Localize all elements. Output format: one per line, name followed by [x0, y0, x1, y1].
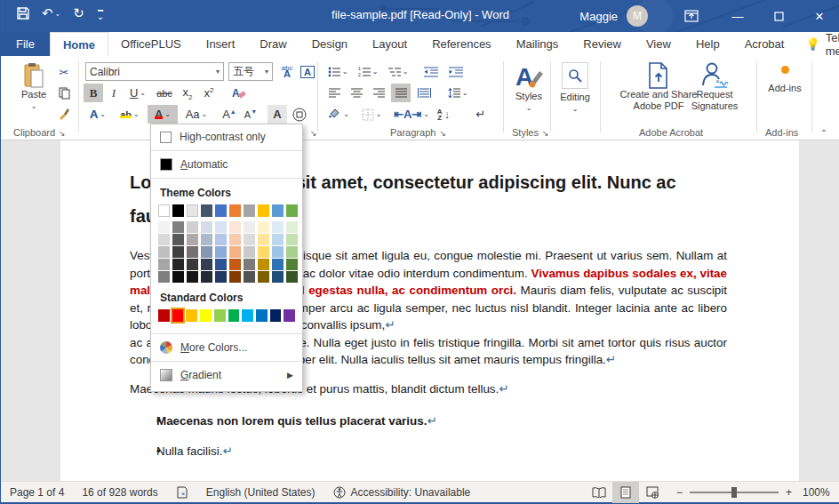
theme-color-variant-swatch[interactable]	[187, 246, 198, 258]
theme-color-variant-swatch[interactable]	[158, 234, 170, 245]
text-effects-button[interactable]: A⌄	[84, 105, 112, 124]
theme-color-swatch[interactable]	[258, 204, 269, 217]
distribute-button[interactable]	[413, 84, 435, 102]
enclose-characters-button[interactable]	[289, 105, 310, 124]
theme-color-variant-swatch[interactable]	[258, 234, 269, 245]
customize-qat-button[interactable]: ━⌄	[97, 7, 104, 20]
theme-color-variant-swatch[interactable]	[201, 234, 212, 245]
standard-color-swatch[interactable]	[200, 309, 212, 322]
bold-button[interactable]: B	[84, 84, 103, 102]
repeat-button[interactable]: ↻	[73, 5, 84, 21]
theme-color-variant-swatch[interactable]	[286, 234, 298, 245]
maximize-button[interactable]	[758, 0, 799, 32]
theme-color-swatch[interactable]	[215, 204, 227, 217]
theme-color-variant-swatch[interactable]	[187, 259, 198, 270]
theme-color-swatch[interactable]	[229, 204, 241, 217]
high-contrast-only-item[interactable]: High-contrast only	[151, 124, 302, 149]
numbering-button[interactable]: 12 ⌄	[355, 62, 381, 81]
theme-color-variant-swatch[interactable]	[172, 246, 184, 258]
theme-color-variant-swatch[interactable]	[201, 221, 212, 233]
underline-button[interactable]: U⌄	[124, 84, 151, 102]
theme-color-variant-swatch[interactable]	[187, 221, 198, 233]
dialog-launcher-icon[interactable]: ↘	[59, 129, 66, 138]
theme-color-variant-swatch[interactable]	[172, 259, 184, 270]
dialog-launcher-icon[interactable]: ↘	[439, 129, 446, 138]
word-count[interactable]: 16 of 928 words	[73, 486, 166, 499]
theme-color-variant-swatch[interactable]	[215, 221, 227, 233]
italic-button[interactable]: I	[105, 84, 123, 102]
change-case-button[interactable]: Aa⌄	[180, 105, 212, 124]
zoom-slider[interactable]	[690, 492, 779, 493]
language-indicator[interactable]: English (United States)	[197, 486, 324, 499]
subscript-button[interactable]: x2	[178, 84, 197, 102]
standard-color-swatch[interactable]	[270, 309, 282, 322]
automatic-color-item[interactable]: Automatic	[151, 152, 302, 177]
theme-color-variant-swatch[interactable]	[272, 259, 284, 270]
theme-color-variant-swatch[interactable]	[201, 246, 212, 258]
theme-color-variant-swatch[interactable]	[229, 221, 241, 233]
theme-color-variant-swatch[interactable]	[215, 246, 227, 258]
theme-color-variant-swatch[interactable]	[244, 271, 255, 283]
high-contrast-checkbox[interactable]	[160, 132, 172, 143]
proofing-status[interactable]: ×	[167, 486, 197, 499]
request-signatures-button[interactable]: × Request Signatures	[676, 62, 753, 112]
asian-layout-button[interactable]: ⇤A⇥ ⌄	[396, 105, 427, 124]
theme-color-variant-swatch[interactable]	[158, 246, 170, 258]
character-shading-button[interactable]: A	[268, 105, 287, 124]
tab-references[interactable]: References	[420, 32, 503, 56]
theme-color-swatch[interactable]	[244, 204, 255, 217]
gradient-item[interactable]: Gradient ▶	[151, 363, 302, 388]
font-color-button[interactable]: A⌄	[148, 105, 178, 124]
align-right-button[interactable]	[369, 84, 388, 102]
tab-layout[interactable]: Layout	[360, 32, 420, 56]
zoom-out-button[interactable]: −	[676, 486, 683, 499]
tab-design[interactable]: Design	[300, 32, 360, 56]
phonetic-guide-button[interactable]: abcA	[277, 62, 297, 81]
show-formatting-marks-button[interactable]: ↵	[470, 105, 491, 124]
dialog-launcher-icon[interactable]: ↘	[542, 129, 549, 138]
theme-color-swatch[interactable]	[272, 204, 284, 217]
align-left-button[interactable]	[324, 84, 344, 102]
theme-color-variant-swatch[interactable]	[258, 246, 269, 258]
theme-color-variant-swatch[interactable]	[286, 271, 298, 283]
theme-color-variant-swatch[interactable]	[201, 271, 212, 283]
print-layout-button[interactable]	[612, 482, 639, 503]
paste-button[interactable]: Paste ⌄	[13, 62, 54, 112]
theme-color-variant-swatch[interactable]	[244, 246, 255, 258]
font-size-combo[interactable]: 五号▾	[228, 62, 273, 81]
tab-insert[interactable]: Insert	[194, 32, 248, 56]
theme-color-swatch[interactable]	[158, 204, 170, 217]
theme-color-variant-swatch[interactable]	[286, 259, 298, 270]
zoom-slider-handle[interactable]	[731, 487, 737, 498]
accessibility-status[interactable]: Accessibility: Unavailable	[324, 486, 480, 499]
font-dialog-launcher-icon[interactable]: ↘	[310, 129, 317, 138]
theme-color-swatch[interactable]	[187, 204, 198, 217]
standard-color-swatch[interactable]	[172, 309, 184, 322]
standard-color-swatch[interactable]	[158, 309, 170, 322]
zoom-in-button[interactable]: +	[786, 486, 792, 499]
theme-color-swatch[interactable]	[172, 204, 184, 217]
theme-color-variant-swatch[interactable]	[187, 271, 198, 283]
ribbon-display-options-button[interactable]	[671, 0, 712, 32]
editing-button[interactable]: Editing ⌄	[555, 62, 595, 115]
tab-view[interactable]: View	[634, 32, 683, 56]
tab-review[interactable]: Review	[571, 32, 634, 56]
standard-color-swatch[interactable]	[214, 309, 226, 322]
theme-color-variant-swatch[interactable]	[286, 221, 298, 233]
theme-color-variant-swatch[interactable]	[215, 271, 227, 283]
format-painter-button[interactable]	[54, 104, 74, 123]
shading-button[interactable]: ⌄	[324, 105, 353, 124]
theme-color-variant-swatch[interactable]	[244, 259, 255, 270]
standard-color-swatch[interactable]	[186, 309, 197, 322]
text-highlight-button[interactable]: ab⌄	[115, 105, 145, 124]
character-border-button[interactable]: A	[298, 62, 317, 81]
web-layout-button[interactable]	[639, 482, 666, 503]
theme-color-variant-swatch[interactable]	[229, 246, 241, 258]
theme-color-variant-swatch[interactable]	[272, 246, 284, 258]
standard-color-swatch[interactable]	[228, 309, 240, 322]
theme-color-variant-swatch[interactable]	[172, 234, 184, 245]
theme-color-variant-swatch[interactable]	[158, 221, 170, 233]
justify-button[interactable]	[391, 84, 411, 102]
decrease-indent-button[interactable]	[420, 62, 442, 81]
page-indicator[interactable]: Page 1 of 4	[1, 486, 73, 499]
